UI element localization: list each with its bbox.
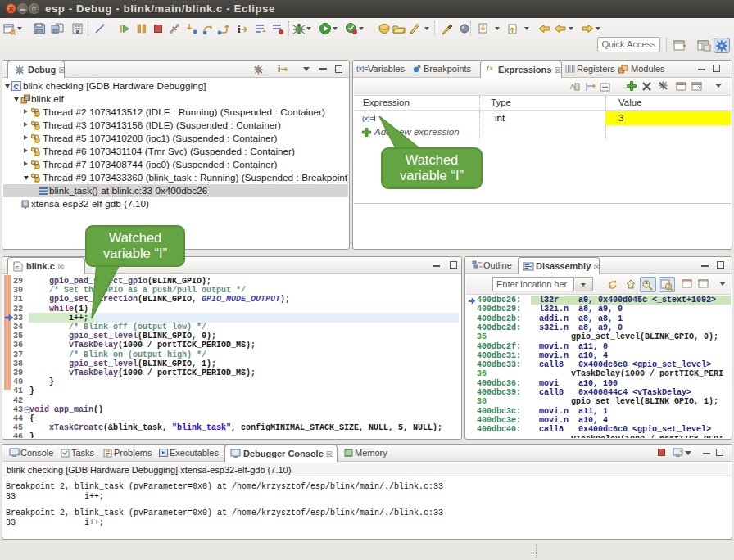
svg-text:c: c (16, 264, 20, 271)
svg-text:C: C (14, 83, 20, 91)
svg-text:i: i (238, 23, 241, 35)
